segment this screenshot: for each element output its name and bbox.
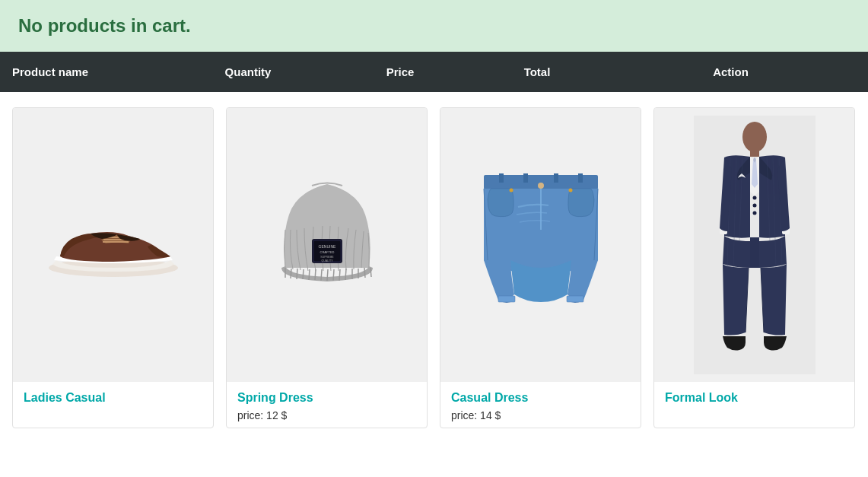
product-info-ladies-casual: Ladies Casual xyxy=(13,382,213,415)
col-header-quantity: Quantity xyxy=(164,65,332,78)
product-card-formal-look[interactable]: Formal Look xyxy=(653,107,855,428)
product-card-ladies-casual[interactable]: Ladies Casual xyxy=(12,107,214,428)
svg-line-13 xyxy=(339,269,340,281)
svg-point-31 xyxy=(538,183,544,189)
svg-text:SUPREME: SUPREME xyxy=(320,256,334,259)
svg-text:GENUINE: GENUINE xyxy=(318,244,335,249)
svg-rect-26 xyxy=(499,173,504,183)
col-header-price: Price xyxy=(332,65,469,78)
product-name-spring-dress: Spring Dress xyxy=(237,391,416,405)
svg-line-11 xyxy=(327,269,328,281)
product-name-formal-look: Formal Look xyxy=(665,391,844,405)
col-header-total: Total xyxy=(469,65,606,78)
product-price-spring-dress: price: 12 $ xyxy=(237,409,416,421)
product-card-casual-dress[interactable]: Casual Dress price: 14 $ xyxy=(440,107,641,428)
svg-line-10 xyxy=(321,269,322,281)
svg-line-7 xyxy=(303,269,304,279)
product-image-casual-dress xyxy=(440,108,641,382)
svg-rect-29 xyxy=(578,173,583,183)
svg-rect-40 xyxy=(750,149,759,157)
svg-line-9 xyxy=(315,269,316,280)
svg-line-17 xyxy=(364,268,365,278)
no-products-banner: No products in cart. xyxy=(0,0,868,52)
svg-point-41 xyxy=(752,196,756,200)
svg-point-43 xyxy=(752,211,756,215)
no-products-text: No products in cart. xyxy=(18,15,191,36)
svg-line-8 xyxy=(309,269,310,280)
product-info-formal-look: Formal Look xyxy=(654,382,854,415)
col-header-product: Product name xyxy=(12,65,164,78)
svg-rect-32 xyxy=(498,296,515,302)
svg-point-39 xyxy=(742,122,767,152)
svg-rect-27 xyxy=(523,173,528,183)
product-price-casual-dress: price: 14 $ xyxy=(451,409,630,421)
svg-line-6 xyxy=(297,269,297,279)
product-info-spring-dress: Spring Dress price: 12 $ xyxy=(227,382,427,428)
svg-line-14 xyxy=(345,269,346,280)
product-card-spring-dress[interactable]: GENUINE CRAFTED SUPREME QUALITY Spring D… xyxy=(226,107,428,428)
product-image-ladies-casual xyxy=(13,108,213,382)
product-image-formal-look xyxy=(654,108,854,382)
svg-point-34 xyxy=(509,189,513,192)
svg-line-18 xyxy=(370,268,371,277)
svg-rect-33 xyxy=(567,296,583,302)
col-header-action: Action xyxy=(606,65,856,78)
svg-text:CRAFTED: CRAFTED xyxy=(320,250,334,254)
table-header: Product name Quantity Price Total Action xyxy=(0,52,868,92)
product-image-spring-dress: GENUINE CRAFTED SUPREME QUALITY xyxy=(227,108,427,382)
svg-rect-28 xyxy=(554,173,558,183)
products-grid: Ladies Casual xyxy=(0,92,868,444)
svg-text:QUALITY: QUALITY xyxy=(321,259,333,262)
product-name-casual-dress: Casual Dress xyxy=(451,391,630,405)
svg-line-5 xyxy=(291,269,291,278)
svg-point-35 xyxy=(568,189,572,192)
svg-line-12 xyxy=(333,269,334,281)
product-info-casual-dress: Casual Dress price: 14 $ xyxy=(440,382,641,428)
product-name-ladies-casual: Ladies Casual xyxy=(24,391,202,405)
svg-point-42 xyxy=(752,204,756,208)
